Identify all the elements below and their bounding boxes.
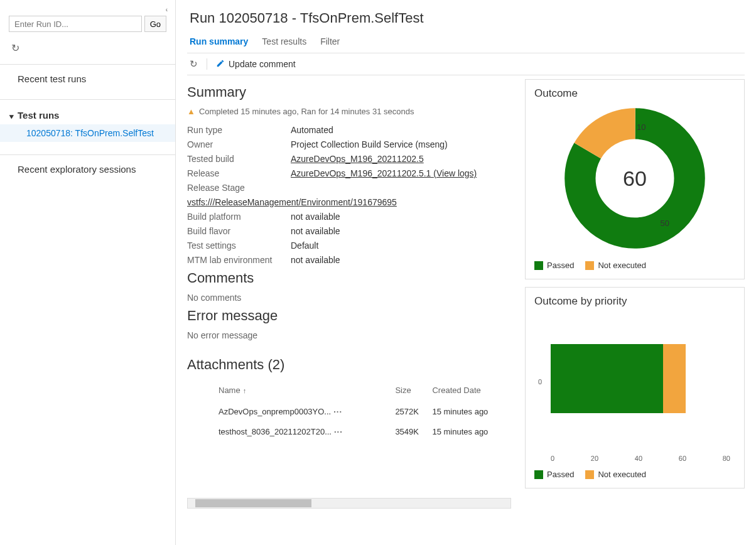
test-runs-tree-label[interactable]: Test runs [0, 106, 175, 124]
field-value: not available [291, 255, 511, 265]
release-link[interactable]: AzureDevOps_M196_20211202.5.1 (View logs… [291, 168, 511, 178]
sort-asc-icon: ↑ [243, 387, 247, 394]
donut-notexec-label: 10 [637, 122, 645, 132]
field-key: Build platform [187, 212, 291, 222]
summary-fields: Run type Automated Owner Project Collect… [187, 125, 511, 265]
tab-test-results[interactable]: Test results [262, 36, 306, 46]
summary-pane: Summary ▲ Completed 15 minutes ago, Ran … [187, 79, 515, 536]
outcome-legend: Passed Not executed [534, 261, 735, 270]
legend-passed: Passed [534, 261, 574, 270]
warning-icon: ▲ [187, 107, 195, 116]
comments-body: No comments [187, 293, 511, 303]
col-name[interactable]: Name↑ [187, 379, 395, 401]
horizontal-scrollbar[interactable] [187, 498, 511, 509]
outcome-donut-chart: 60 10 50 [563, 106, 707, 251]
field-value: Automated [291, 125, 511, 135]
field-key: Run type [187, 125, 291, 135]
outcome-priority-heading: Outcome by priority [534, 295, 735, 308]
legend-notexec: Not executed [585, 261, 646, 270]
attachment-size: 3549K [395, 421, 432, 441]
collapse-sidebar-icon[interactable]: ‹ [0, 6, 175, 16]
row-actions-icon[interactable]: ··· [334, 427, 343, 436]
toolbar: ↻ Update comment [187, 53, 745, 75]
field-value: Default [291, 240, 511, 251]
update-comment-button[interactable]: Update comment [216, 59, 296, 70]
field-value: not available [291, 226, 511, 236]
xtick: 0 [551, 455, 554, 462]
row-actions-icon[interactable]: ··· [333, 407, 342, 416]
attachment-created: 15 minutes ago [432, 401, 511, 421]
pencil-icon [216, 59, 225, 70]
bar-x-axis: 0 20 40 60 80 [551, 455, 730, 462]
attachment-name: testhost_8036_20211202T20... [219, 427, 332, 436]
bar-y-category: 0 [538, 378, 542, 386]
field-key: Release Stage [187, 183, 291, 193]
bar-passed-segment [551, 344, 663, 413]
field-key: Build flavor [187, 226, 291, 236]
recent-test-runs-link[interactable]: Recent test runs [0, 65, 175, 93]
charts-pane: Outcome 60 10 50 Passed Not executed [525, 79, 745, 536]
sidebar: ‹ Go ↻ Recent test runs Test runs 102050… [0, 0, 176, 545]
table-row[interactable]: testhost_8036_20211202T20...··· 3549K 15… [187, 421, 511, 441]
run-status-line: ▲ Completed 15 minutes ago, Ran for 14 m… [187, 107, 511, 116]
field-key: MTM lab environment [187, 255, 291, 265]
priority-legend: Passed Not executed [534, 470, 735, 479]
col-size[interactable]: Size [395, 379, 432, 401]
status-text: Completed 15 minutes ago, Ran for 14 min… [199, 107, 414, 116]
bar-row [551, 344, 730, 413]
field-key: Release [187, 168, 291, 178]
release-stage-link[interactable]: vstfs:///ReleaseManagement/Environment/1… [187, 197, 511, 207]
comments-heading: Comments [187, 270, 511, 286]
col-created[interactable]: Created Date [432, 379, 511, 401]
main-content: Run 102050718 - TfsOnPrem.SelfTest Run s… [176, 0, 756, 545]
donut-total: 60 [623, 166, 647, 191]
test-run-item[interactable]: 102050718: TfsOnPrem.SelfTest [0, 124, 175, 142]
attachments-table: Name↑ Size Created Date AzDevOps_onpremp… [187, 379, 511, 441]
donut-passed-label: 50 [661, 219, 669, 228]
recent-exploratory-sessions-link[interactable]: Recent exploratory sessions [0, 155, 175, 183]
legend-passed: Passed [534, 470, 574, 479]
refresh-icon[interactable]: ↻ [190, 58, 198, 70]
tested-build-link[interactable]: AzureDevOps_M196_20211202.5 [291, 154, 511, 164]
xtick: 60 [679, 455, 686, 462]
field-value: not available [291, 212, 511, 222]
field-key: Owner [187, 139, 291, 149]
summary-heading: Summary [187, 84, 511, 100]
bar-notexec-segment [663, 344, 686, 413]
priority-bar-chart: 0 [551, 313, 730, 451]
tab-bar: Run summary Test results Filter [187, 34, 745, 53]
legend-notexec: Not executed [585, 470, 646, 479]
xtick: 20 [591, 455, 598, 462]
attachment-created: 15 minutes ago [432, 421, 511, 441]
error-heading: Error message [187, 308, 511, 324]
table-row[interactable]: AzDevOps_onpremp0003YO...··· 2572K 15 mi… [187, 401, 511, 421]
field-key: Test settings [187, 240, 291, 251]
refresh-icon[interactable]: ↻ [0, 38, 175, 58]
field-value: Project Collection Build Service (mseng) [291, 139, 511, 149]
tab-run-summary[interactable]: Run summary [190, 36, 248, 46]
attachment-size: 2572K [395, 401, 432, 421]
outcome-card: Outcome 60 10 50 Passed Not executed [525, 79, 745, 279]
page-title: Run 102050718 - TfsOnPrem.SelfTest [187, 9, 745, 34]
toolbar-separator [207, 58, 207, 70]
error-body: No error message [187, 330, 511, 340]
update-comment-label: Update comment [229, 59, 296, 69]
field-key: Tested build [187, 154, 291, 164]
xtick: 40 [635, 455, 642, 462]
outcome-heading: Outcome [534, 87, 735, 100]
outcome-priority-card: Outcome by priority 0 0 20 40 60 80 P [525, 287, 745, 488]
attachment-name: AzDevOps_onpremp0003YO... [219, 407, 331, 416]
scrollbar-thumb[interactable] [195, 499, 311, 507]
go-button[interactable]: Go [144, 16, 166, 32]
run-id-input[interactable] [9, 16, 142, 32]
attachments-heading: Attachments (2) [187, 357, 511, 373]
xtick: 80 [723, 455, 730, 462]
tab-filter[interactable]: Filter [320, 36, 340, 46]
